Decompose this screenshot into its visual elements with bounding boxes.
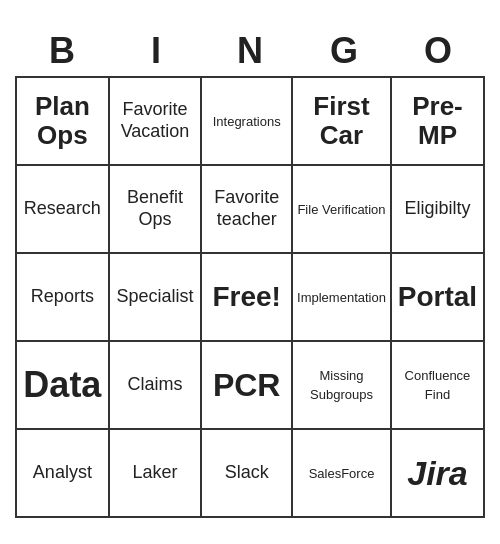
cell-r1-c4[interactable]: Eligibilty	[391, 165, 484, 253]
cell-r1-c0[interactable]: Research	[16, 165, 109, 253]
cell-r0-c4[interactable]: Pre-MP	[391, 77, 484, 165]
cell-r2-c2[interactable]: Free!	[201, 253, 292, 341]
cell-r0-c0[interactable]: Plan Ops	[16, 77, 109, 165]
cell-r1-c2[interactable]: Favorite teacher	[201, 165, 292, 253]
header-o: O	[391, 26, 485, 76]
cell-r4-c1[interactable]: Laker	[109, 429, 202, 517]
cell-r0-c1[interactable]: Favorite Vacation	[109, 77, 202, 165]
cell-r2-c0[interactable]: Reports	[16, 253, 109, 341]
cell-r4-c3[interactable]: SalesForce	[292, 429, 391, 517]
header-b: B	[15, 26, 109, 76]
cell-r4-c0[interactable]: Analyst	[16, 429, 109, 517]
cell-r1-c3[interactable]: File Verification	[292, 165, 391, 253]
cell-r4-c4[interactable]: Jira	[391, 429, 484, 517]
cell-r4-c2[interactable]: Slack	[201, 429, 292, 517]
cell-r0-c3[interactable]: First Car	[292, 77, 391, 165]
cell-r3-c4[interactable]: Confluence Find	[391, 341, 484, 429]
bingo-header: B I N G O	[15, 26, 485, 76]
cell-r3-c2[interactable]: PCR	[201, 341, 292, 429]
cell-r3-c1[interactable]: Claims	[109, 341, 202, 429]
cell-r2-c1[interactable]: Specialist	[109, 253, 202, 341]
cell-r1-c1[interactable]: Benefit Ops	[109, 165, 202, 253]
header-g: G	[297, 26, 391, 76]
cell-r0-c2[interactable]: Integrations	[201, 77, 292, 165]
bingo-grid: Plan OpsFavorite VacationIntegrationsFir…	[15, 76, 485, 518]
cell-r3-c0[interactable]: Data	[16, 341, 109, 429]
bingo-card: B I N G O Plan OpsFavorite VacationInteg…	[15, 26, 485, 518]
header-i: I	[109, 26, 203, 76]
cell-r2-c3[interactable]: Implementation	[292, 253, 391, 341]
header-n: N	[203, 26, 297, 76]
cell-r2-c4[interactable]: Portal	[391, 253, 484, 341]
cell-r3-c3[interactable]: Missing Subgroups	[292, 341, 391, 429]
